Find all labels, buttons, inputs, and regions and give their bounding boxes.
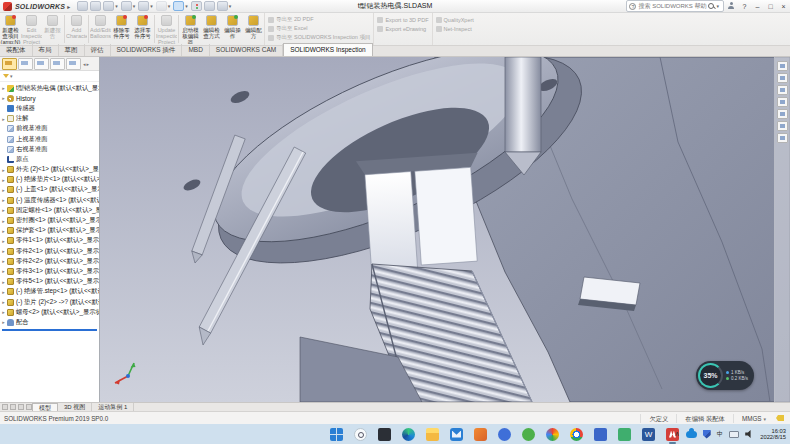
green-s-app-icon[interactable] — [618, 428, 631, 441]
close-button[interactable]: × — [777, 3, 790, 10]
pane-split-control[interactable] — [2, 404, 8, 410]
pane-split-control[interactable] — [10, 404, 16, 410]
notes-app-icon[interactable] — [594, 428, 607, 441]
graphics-viewport[interactable]: 35% 1 KB/s 0.2 KB/s — [100, 57, 790, 402]
dimxpert-manager-tab[interactable] — [50, 58, 65, 70]
expand-arrow-icon[interactable]: ▸ — [0, 85, 7, 91]
manager-tabs-prev-icon[interactable]: ◂ — [83, 61, 86, 67]
tree-item[interactable]: ▸零件2<1> (默认<<默认>_显示状 — [0, 246, 99, 256]
word-icon[interactable] — [642, 428, 655, 441]
tab-solidworks-cam[interactable]: SOLIDWORKS CAM — [210, 44, 283, 56]
expand-arrow-icon[interactable]: ▸ — [0, 187, 7, 193]
expand-arrow-icon[interactable]: ▸ — [0, 279, 7, 285]
launch-template-editor-button[interactable]: 启动模板编辑器 — [180, 13, 201, 45]
expand-arrow-icon[interactable]: ▸ — [0, 299, 7, 305]
tree-item[interactable]: 右视基准面 — [0, 144, 99, 154]
expand-arrow-icon[interactable]: ▸ — [0, 319, 7, 325]
task-pane-appearances-icon[interactable] — [777, 109, 788, 119]
configuration-manager-tab[interactable] — [34, 58, 49, 70]
tab-布局[interactable]: 布局 — [33, 44, 59, 56]
tree-item[interactable]: ▸(-) 绝缘管.step<1> (默认<<默认 — [0, 287, 99, 297]
onedrive-icon[interactable] — [686, 431, 697, 438]
tree-item[interactable]: 传感器 — [0, 103, 99, 113]
tree-item[interactable]: 上视基准面 — [0, 134, 99, 144]
tab-solidworks-插件[interactable]: SOLIDWORKS 插件 — [111, 44, 183, 56]
task-pane-pack-and-go-icon[interactable] — [777, 133, 788, 143]
save-icon-dropdown[interactable]: ▾ — [133, 3, 136, 9]
tree-item[interactable]: ▸螺母<2> (默认<<默认>_显示状态 — [0, 307, 99, 317]
tray-expand-icon[interactable]: ∧ — [675, 430, 680, 438]
tree-filter-row[interactable]: ▾ — [0, 71, 99, 82]
tree-item[interactable]: ▸固定螺栓<1> (默认<<默认>_显示状 — [0, 205, 99, 215]
tree-item[interactable]: ▸保护套<1> (默认<<默认>_显示状 — [0, 226, 99, 236]
remove-balloons-button[interactable]: 移除零件序号 — [111, 13, 132, 45]
print-icon[interactable] — [138, 1, 149, 11]
task-pane-file-explorer-icon[interactable] — [777, 85, 788, 95]
tab-草图[interactable]: 草图 — [59, 44, 85, 56]
tree-item[interactable]: ▸(-) 绝缘垫片<1> (默认<<默认>_显示 — [0, 175, 99, 185]
display-settings-icon[interactable] — [204, 1, 215, 11]
tree-item[interactable]: ▸t型铠装热电偶 (默认<默认_显示状态-1>) — [0, 83, 99, 93]
tab-评估[interactable]: 评估 — [85, 44, 111, 56]
chrome-icon[interactable] — [570, 428, 583, 441]
task-view-button[interactable] — [378, 428, 391, 441]
tree-item[interactable]: ▸History — [0, 93, 99, 103]
manager-tabs-next-icon[interactable]: ▸ — [87, 61, 90, 67]
tree-item[interactable]: ▸密封圈<1> (默认<<默认>_显示状 — [0, 215, 99, 225]
task-pane-design-library-icon[interactable] — [777, 73, 788, 83]
edit-recipe-button[interactable]: 编辑配方 — [243, 13, 264, 45]
expand-arrow-icon[interactable]: ▸ — [0, 116, 7, 122]
tree-item[interactable]: ▸零件1<1> (默认<<默认>_显示状 — [0, 236, 99, 246]
search-dropdown-icon[interactable]: ▾ — [716, 3, 719, 9]
tree-item[interactable]: 前视基准面 — [0, 124, 99, 134]
tab-solidworks-inspection[interactable]: SOLIDWORKS Inspection — [283, 43, 373, 56]
color-wheel-app-icon[interactable] — [546, 428, 559, 441]
tree-item[interactable]: ▸零件5<1> (默认<<默认>_显示状 — [0, 277, 99, 287]
rebuild-traffic-light-icon[interactable] — [191, 1, 202, 11]
home-icon[interactable] — [77, 1, 88, 11]
expand-arrow-icon[interactable]: ▸ — [0, 248, 7, 254]
security-shield-icon[interactable] — [703, 430, 711, 439]
tree-item[interactable]: ▸(-) 垫片 (2)<2> ->? (默认<<默认 — [0, 297, 99, 307]
expand-arrow-icon[interactable]: ▸ — [0, 228, 7, 234]
task-pane-custom-properties-icon[interactable] — [777, 121, 788, 131]
search-icon[interactable] — [708, 3, 714, 9]
expand-arrow-icon[interactable]: ▸ — [0, 289, 7, 295]
open-icon[interactable] — [103, 1, 114, 11]
tab-mbd[interactable]: MBD — [182, 44, 209, 56]
tree-item[interactable]: ▸(-) 温度传感器<1> (默认<<默认>_ — [0, 195, 99, 205]
minimize-button[interactable]: – — [751, 3, 764, 10]
mail-icon[interactable] — [450, 428, 463, 441]
open-icon-dropdown[interactable]: ▾ — [115, 3, 118, 9]
expand-arrow-icon[interactable]: ▸ — [0, 177, 7, 183]
ime-indicator[interactable]: 中 — [717, 430, 724, 439]
display-manager-tab[interactable] — [66, 58, 81, 70]
expand-arrow-icon[interactable]: ▸ — [0, 167, 7, 173]
task-pane-toolbox-icon[interactable] — [777, 97, 788, 107]
new-document-icon[interactable] — [90, 1, 101, 11]
clock[interactable]: 16:03 2022/8/15 — [760, 428, 786, 441]
tree-item[interactable]: ▸注解 — [0, 114, 99, 124]
edit-inspection-method-button[interactable]: 编辑检查方式 — [201, 13, 222, 45]
menu-expand-arrow-icon[interactable]: ▸ — [67, 3, 70, 10]
sign-in-user-icon[interactable] — [727, 2, 735, 10]
edit-operation-button[interactable]: 编辑操作 — [222, 13, 243, 45]
expand-arrow-icon[interactable]: ▸ — [0, 218, 7, 224]
pane-split-control[interactable] — [18, 404, 24, 410]
filter-funnel-icon[interactable] — [3, 74, 9, 78]
expand-arrow-icon[interactable]: ▸ — [0, 207, 7, 213]
expand-arrow-icon[interactable]: ▸ — [0, 95, 7, 101]
help-search-box[interactable]: ? 搜索 SOLIDWORKS 帮助 ▾ — [626, 0, 724, 12]
feature-manager-tab[interactable] — [2, 58, 17, 70]
store-icon[interactable] — [474, 428, 487, 441]
tree-item[interactable]: ▸零件3<1> (默认<<默认>_显示状 — [0, 266, 99, 276]
tree-item[interactable]: ▸零件2<2> (默认<<默认>_显示状 — [0, 256, 99, 266]
net-speed-widget[interactable]: 35% 1 KB/s 0.2 KB/s — [696, 361, 754, 390]
options-gear-icon-dropdown[interactable]: ▾ — [229, 3, 232, 9]
app-green-circle-icon[interactable] — [522, 428, 535, 441]
tree-item[interactable]: ▸外壳 (2)<1> (默认<<默认>_显示状 — [0, 165, 99, 175]
expand-arrow-icon[interactable]: ▸ — [0, 197, 7, 203]
print-icon-dropdown[interactable]: ▾ — [150, 3, 153, 9]
expand-arrow-icon[interactable]: ▸ — [0, 268, 7, 274]
undo-icon[interactable] — [156, 1, 167, 11]
